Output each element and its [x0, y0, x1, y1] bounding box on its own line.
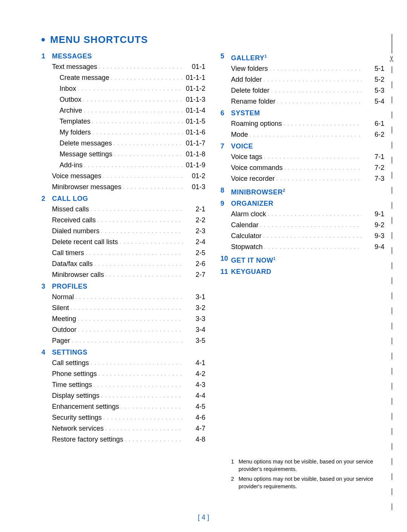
toc-label: Archive — [60, 105, 82, 116]
leader-dots — [99, 226, 183, 236]
section-number: 10 — [220, 253, 231, 264]
footnote-number: 2 — [231, 475, 236, 490]
footnote-text: Menu options may not be visible, based o… — [239, 475, 384, 490]
leader-dots — [81, 94, 183, 105]
toc-code: 2-5 — [183, 248, 205, 258]
section-number: 2 — [41, 193, 52, 204]
toc-code: 3-4 — [183, 324, 205, 335]
toc-code: 2-6 — [183, 258, 205, 269]
footnote: 1Menu options may not be visible, based … — [231, 458, 384, 473]
toc-label: View folders — [231, 63, 268, 74]
section: 5GALLERY1View folders5-1Add folder5-2Del… — [220, 51, 384, 107]
leader-dots — [96, 215, 183, 225]
toc-label: Delete messages — [60, 138, 112, 148]
toc-label: Meeting — [52, 313, 76, 324]
toc-row: Create message01-1-1 — [52, 72, 205, 83]
toc-row: Enhancement settings4-5 — [52, 401, 205, 412]
section-title: PROFILES — [52, 281, 205, 292]
footnote: 2Menu options may not be visible, based … — [231, 475, 384, 490]
section: 9ORGANIZERAlarm clock9-1Calendar9-2Calcu… — [220, 198, 384, 252]
leader-dots — [121, 182, 183, 192]
leader-dots — [101, 171, 183, 181]
page-title-text: MENU SHORTCUTS — [50, 34, 148, 45]
toc-label: Roaming options — [231, 118, 282, 129]
section: 1MESSAGESText messages01-1Create message… — [41, 51, 205, 193]
toc-code: 5-2 — [362, 74, 384, 85]
leader-dots — [263, 242, 362, 252]
toc-row: Alarm clock9-1 — [231, 209, 384, 220]
toc-label: Network services — [52, 423, 104, 434]
toc-code: 7-3 — [362, 173, 384, 184]
section-title: SETTINGS — [52, 347, 205, 358]
toc-label: Phone settings — [52, 368, 97, 379]
toc-label: Delete folder — [231, 85, 269, 96]
leader-dots — [97, 368, 183, 379]
toc-label: Normal — [52, 292, 74, 302]
toc-label: Create message — [60, 72, 109, 83]
leader-dots — [90, 116, 183, 127]
toc-code: 5-3 — [362, 85, 384, 96]
leader-dots — [89, 204, 183, 214]
leader-dots — [93, 258, 183, 269]
toc-code: 01-2 — [183, 171, 205, 181]
leader-dots — [262, 231, 362, 241]
toc-row: Received calls2-2 — [52, 215, 205, 226]
leader-dots — [112, 138, 183, 148]
section-title: MESSAGES — [52, 51, 205, 61]
toc-row: Message settings01-1-8 — [52, 149, 205, 160]
toc-row: Minibrowser messages01-3 — [52, 182, 205, 193]
toc-code: 9-3 — [362, 231, 384, 241]
toc-code: 9-4 — [362, 242, 384, 252]
section-title: ORGANIZER — [231, 198, 384, 209]
toc-label: Missed calls — [52, 204, 89, 214]
toc-label: Time settings — [52, 379, 92, 390]
scissors-icon: ✂ — [387, 55, 396, 62]
leader-dots — [91, 127, 183, 138]
toc-code: 4-6 — [183, 412, 205, 423]
toc-row: Delete folder5-3 — [231, 85, 384, 96]
toc-row: Archive01-1-4 — [52, 105, 205, 116]
toc-label: Call settings — [52, 358, 89, 368]
leader-dots — [74, 292, 183, 302]
section-number: 5 — [220, 51, 231, 61]
toc-label: Minibrowser calls — [52, 269, 104, 280]
toc-code: 01-1-7 — [183, 138, 205, 148]
toc-row: Phone settings4-2 — [52, 368, 205, 379]
toc-row: Calendar9-2 — [231, 220, 384, 231]
toc-row: Delete messages01-1-7 — [52, 138, 205, 149]
section-title: KEYGUARD — [231, 266, 384, 277]
toc-label: Minibrowser messages — [52, 182, 121, 192]
leader-dots — [275, 173, 362, 184]
toc-row: Call timers2-5 — [52, 248, 205, 258]
section: 3PROFILESNormal3-1Silent3-2Meeting3-3Out… — [41, 281, 205, 346]
leader-dots — [109, 72, 183, 83]
toc-row: Add-ins01-1-9 — [52, 160, 205, 171]
leader-dots — [104, 269, 183, 280]
toc-row: Voice commands7-2 — [231, 162, 384, 173]
toc-label: Add-ins — [60, 160, 83, 170]
toc-label: Silent — [52, 303, 69, 313]
leader-dots — [97, 61, 183, 72]
leader-dots — [84, 248, 183, 258]
toc-row: Meeting3-3 — [52, 313, 205, 324]
section-number: 8 — [220, 185, 231, 196]
toc-row: My folders01-1-6 — [52, 127, 205, 138]
section-title: SYSTEM — [231, 108, 384, 118]
section: 10GET IT NOW1 — [220, 253, 384, 266]
toc-row: Display settings4-4 — [52, 390, 205, 401]
leader-dots — [69, 303, 183, 313]
section-title: GALLERY1 — [231, 51, 384, 63]
leader-dots — [119, 401, 183, 412]
section-superscript: 1 — [265, 54, 267, 58]
footnote-text: Menu options may not be visible, based o… — [239, 458, 384, 473]
leader-dots — [89, 358, 183, 368]
section-number: 1 — [41, 51, 52, 61]
toc-row: Restore factory settings4-8 — [52, 434, 205, 445]
section-title: GET IT NOW1 — [231, 253, 384, 266]
toc-label: Inbox — [60, 83, 76, 94]
toc-code: 2-1 — [183, 204, 205, 214]
toc-label: Display settings — [52, 390, 99, 401]
leader-dots — [102, 412, 183, 423]
section: 2CALL LOGMissed calls2-1Received calls2-… — [41, 193, 205, 280]
toc-code: 3-2 — [183, 303, 205, 313]
